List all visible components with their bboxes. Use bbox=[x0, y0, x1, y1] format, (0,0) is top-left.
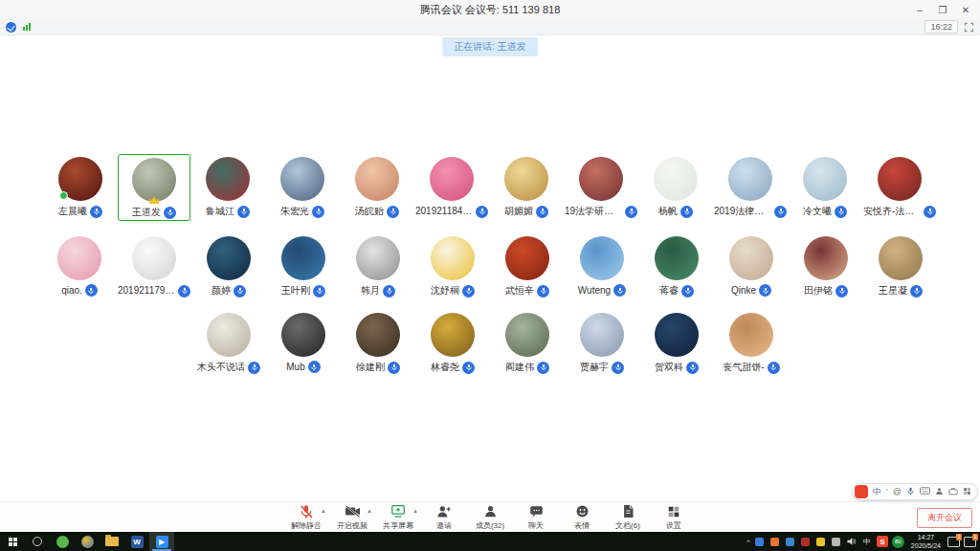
participant-avatar[interactable] bbox=[729, 236, 773, 280]
participant-avatar[interactable] bbox=[281, 236, 325, 280]
participant-avatar[interactable] bbox=[505, 236, 549, 280]
sogou-mic-icon[interactable] bbox=[906, 487, 915, 497]
participant-avatar[interactable] bbox=[804, 236, 848, 280]
participant-tile[interactable]: 王叶刚 bbox=[266, 233, 341, 298]
participant-avatar[interactable] bbox=[879, 236, 923, 280]
participant-tile[interactable]: 朱宏光 bbox=[265, 154, 340, 221]
participant-avatar[interactable] bbox=[580, 236, 624, 280]
participant-avatar[interactable] bbox=[356, 236, 400, 280]
maximize-button[interactable]: ❐ bbox=[932, 1, 953, 18]
participant-avatar[interactable] bbox=[430, 157, 474, 201]
mic-status-icon[interactable] bbox=[680, 206, 693, 218]
mic-status-icon[interactable] bbox=[312, 206, 324, 218]
mic-status-icon[interactable] bbox=[910, 285, 923, 298]
participant-tile[interactable]: 贾赫宇 bbox=[565, 310, 639, 374]
participant-tile[interactable]: 汤皖贻 bbox=[340, 154, 414, 221]
taskbar-word-button[interactable]: W bbox=[124, 532, 149, 551]
participant-avatar[interactable] bbox=[431, 313, 475, 357]
participant-tile[interactable]: 丧气甜饼- bbox=[714, 310, 789, 374]
taskbar-tencent-meeting-button[interactable]: ▶ bbox=[149, 532, 174, 551]
mic-status-icon[interactable] bbox=[388, 362, 400, 374]
participant-avatar[interactable] bbox=[356, 313, 400, 357]
participant-tile[interactable]: 贺双科 bbox=[639, 310, 714, 374]
mic-status-icon[interactable] bbox=[612, 362, 624, 374]
taskbar-app-browser-button[interactable] bbox=[75, 532, 100, 551]
tray-notification-center-icon[interactable]: 1 bbox=[947, 537, 960, 547]
sogou-keyboard-icon[interactable] bbox=[920, 487, 930, 496]
taskbar-start-button[interactable] bbox=[0, 532, 25, 551]
minimize-button[interactable]: – bbox=[909, 1, 930, 18]
tray-im-chat-icon[interactable] bbox=[754, 536, 766, 547]
leave-meeting-button[interactable]: 离开会议 bbox=[917, 508, 972, 528]
toolbar-share-button[interactable]: ▲共享屏幕 bbox=[376, 504, 420, 531]
tray-globe-icon[interactable] bbox=[785, 536, 796, 547]
participant-avatar[interactable] bbox=[654, 157, 698, 201]
mic-status-icon[interactable] bbox=[476, 206, 488, 218]
toolbar-chat-button[interactable]: 聊天 bbox=[514, 504, 558, 531]
taskbar-search-button[interactable] bbox=[25, 532, 50, 551]
mic-status-icon[interactable] bbox=[387, 206, 399, 218]
mic-status-icon[interactable] bbox=[835, 285, 848, 298]
participant-avatar[interactable] bbox=[655, 236, 699, 280]
taskbar-app-green-button[interactable] bbox=[50, 532, 75, 551]
caret-up-icon[interactable]: ▲ bbox=[321, 508, 326, 514]
participant-tile[interactable]: 胡媚媚 bbox=[489, 154, 564, 221]
participant-avatar[interactable] bbox=[132, 158, 176, 202]
tray-clock[interactable]: 14:272020/5/24 bbox=[908, 533, 944, 550]
caret-up-icon[interactable]: ▲ bbox=[412, 508, 418, 514]
tray-sogou-icon[interactable]: S bbox=[877, 536, 888, 547]
mic-status-icon[interactable] bbox=[85, 284, 98, 297]
sogou-toolbox-icon[interactable] bbox=[948, 487, 958, 497]
participant-tile[interactable]: 冷文曦 bbox=[788, 154, 862, 221]
mic-status-icon[interactable] bbox=[248, 362, 260, 374]
mic-status-icon[interactable] bbox=[625, 206, 637, 218]
participant-tile[interactable]: 韩月 bbox=[341, 233, 415, 298]
tray-expand-icon[interactable]: ^ bbox=[746, 538, 750, 546]
participant-tile[interactable]: 安悦齐-法律法学 bbox=[862, 154, 937, 221]
mic-status-icon[interactable] bbox=[924, 206, 936, 218]
tray-shield-yellow-icon[interactable] bbox=[815, 536, 827, 547]
participant-avatar[interactable] bbox=[57, 236, 101, 280]
participant-tile[interactable]: Qinke bbox=[714, 233, 789, 298]
participant-tile[interactable]: 19法学研李钰 bbox=[564, 154, 638, 221]
window-titlebar[interactable]: 腾讯会议 会议号: 511 139 818 – ❐ ✕ bbox=[0, 0, 980, 19]
mic-status-icon[interactable] bbox=[768, 362, 780, 374]
toolbar-invite-button[interactable]: 邀请 bbox=[422, 504, 466, 531]
participant-tile[interactable]: 徐建刚 bbox=[341, 310, 415, 374]
participant-tile[interactable]: 2019211795 薛... bbox=[117, 233, 191, 298]
meeting-info-icon[interactable] bbox=[6, 22, 16, 33]
participant-avatar[interactable] bbox=[206, 157, 250, 201]
participant-avatar[interactable] bbox=[505, 313, 549, 357]
participant-tile[interactable]: 王星凝 bbox=[863, 233, 938, 298]
mic-status-icon[interactable] bbox=[536, 206, 548, 218]
participant-tile[interactable]: Wuteng bbox=[565, 233, 639, 298]
mic-status-icon[interactable] bbox=[537, 362, 549, 374]
participant-tile[interactable]: 杨帆 bbox=[638, 154, 713, 221]
participant-tile[interactable]: 阎建伟 bbox=[490, 310, 565, 374]
network-signal-icon[interactable] bbox=[23, 23, 31, 31]
participant-tile[interactable]: 左晨曦 bbox=[43, 154, 118, 221]
participant-avatar[interactable] bbox=[504, 157, 548, 201]
mic-status-icon[interactable] bbox=[774, 206, 787, 218]
tray-fire-icon[interactable] bbox=[769, 536, 781, 547]
sogou-mode-chinese[interactable]: 中 bbox=[873, 488, 881, 496]
mic-status-icon[interactable] bbox=[313, 285, 325, 298]
participant-avatar[interactable] bbox=[580, 313, 624, 357]
taskbar-file-explorer-button[interactable] bbox=[100, 532, 124, 551]
toolbar-mic-off-button[interactable]: ▲解除静音 bbox=[284, 504, 328, 531]
participant-avatar[interactable] bbox=[58, 157, 102, 201]
tray-touch-keyboard-icon[interactable]: 1 bbox=[964, 537, 976, 547]
mic-status-icon[interactable] bbox=[686, 362, 699, 374]
fullscreen-icon[interactable] bbox=[964, 22, 974, 33]
mic-status-icon[interactable] bbox=[462, 362, 475, 374]
tray-volume-icon[interactable] bbox=[846, 536, 858, 547]
participant-avatar[interactable] bbox=[431, 236, 475, 280]
mic-status-icon[interactable] bbox=[613, 284, 626, 297]
sogou-person-icon[interactable] bbox=[935, 487, 944, 497]
participant-avatar[interactable] bbox=[132, 236, 176, 280]
participant-tile[interactable]: 2019法律硕士... bbox=[713, 154, 788, 221]
mic-status-icon[interactable] bbox=[835, 206, 847, 218]
mic-status-icon[interactable] bbox=[681, 285, 694, 298]
participant-tile[interactable]: 木头不说话 bbox=[191, 310, 266, 374]
participant-tile[interactable]: 2019211843 程... bbox=[414, 154, 489, 221]
